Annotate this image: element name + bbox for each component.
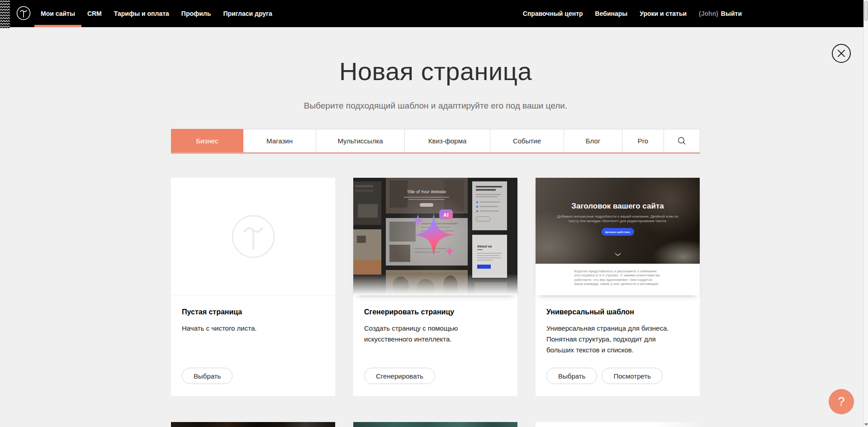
ai-badge: AI	[439, 209, 453, 219]
help-button[interactable]: ?	[829, 389, 854, 414]
new-page-dialog: Новая страница Выберите подходящий шабло…	[171, 27, 700, 427]
question-mark-icon: ?	[838, 395, 844, 409]
close-icon	[837, 49, 846, 58]
nav-item-help-center[interactable]: Справочный центр	[523, 0, 583, 27]
preview-button[interactable]: Посмотреть	[602, 368, 663, 384]
generate-button[interactable]: Сгенерировать	[364, 368, 435, 384]
template-card-partial[interactable]	[171, 422, 335, 427]
tab-quiz-form[interactable]: Квиз-форма	[405, 129, 490, 152]
universal-template-preview: Заголовок вашего сайта Добавьте интересн…	[536, 178, 700, 295]
tab-search[interactable]	[664, 129, 700, 152]
tilda-logo[interactable]	[16, 6, 31, 20]
chevron-down-icon	[615, 250, 621, 258]
tilda-watermark-icon	[226, 209, 280, 264]
template-card-partial[interactable]	[536, 422, 700, 427]
template-body-text: Коротко представьтесь и расскажите о ком…	[574, 269, 661, 286]
ai-preview-collage: Title of Your Website	[353, 178, 517, 295]
card-title: Универсальный шаблон	[546, 308, 689, 317]
page-title: Новая страница	[171, 56, 700, 87]
card-description: Создать страницу с помощью искусственног…	[364, 323, 500, 345]
card-description: Начать с чистого листа.	[182, 323, 318, 334]
nav-left-menu: Мои сайты CRM Тарифы и оплата Профиль Пр…	[41, 0, 285, 27]
choose-button[interactable]: Выбрать	[546, 368, 597, 384]
nav-item-invite-friend[interactable]: Пригласи друга	[223, 0, 272, 27]
nav-item-webinars[interactable]: Вебинары	[595, 0, 628, 27]
logout-label: Выйти	[721, 10, 742, 17]
tab-business[interactable]: Бизнес	[171, 129, 243, 152]
template-card-partial[interactable]	[353, 422, 517, 427]
choose-button[interactable]: Выбрать	[182, 368, 232, 384]
svg-text:AI: AI	[443, 212, 449, 218]
nav-item-logout[interactable]: (John) Выйти	[699, 0, 742, 27]
nav-item-my-sites[interactable]: Мои сайты	[41, 0, 75, 27]
top-nav: Мои сайты CRM Тарифы и оплата Профиль Пр…	[0, 0, 868, 27]
template-body-thumbnail: Коротко представьтесь и расскажите о ком…	[536, 264, 700, 295]
tab-blog[interactable]: Блог	[564, 129, 622, 152]
template-card-ai-generate: Title of Your Website	[353, 178, 517, 396]
tab-event[interactable]: Событие	[490, 129, 564, 152]
zigzag-pattern-decoration	[0, 0, 10, 28]
template-category-tabs: Бизнес Магазин Мультиссылка Квиз-форма С…	[171, 129, 700, 154]
about-us-text: About us	[477, 244, 492, 248]
nav-item-profile[interactable]: Профиль	[181, 0, 211, 27]
template-hero-thumbnail: Заголовок вашего сайта Добавьте интересн…	[536, 178, 700, 264]
template-card-blank-page: Пустая страница Начать с чистого листа. …	[171, 178, 335, 396]
tabs-accent-strip	[171, 152, 700, 154]
tab-store[interactable]: Магазин	[243, 129, 316, 152]
close-button[interactable]	[832, 44, 851, 63]
nav-item-lessons[interactable]: Уроки и статьи	[640, 0, 687, 27]
thumb-title-text: Title of Your Website	[407, 189, 446, 194]
nav-item-tariffs[interactable]: Тарифы и оплата	[114, 0, 169, 27]
page-subtitle: Выберите подходящий шаблон и адаптируйте…	[171, 100, 700, 112]
tab-multilink[interactable]: Мультиссылка	[316, 129, 405, 152]
tab-pro[interactable]: Pro	[622, 129, 664, 152]
blank-page-preview	[171, 178, 335, 295]
template-hero-title: Заголовок вашего сайта	[536, 201, 700, 211]
template-hero-cta: Целевое действие	[602, 228, 634, 236]
nav-right-menu: Справочный центр Вебинары Уроки и статьи…	[511, 0, 742, 27]
nav-item-crm[interactable]: CRM	[87, 0, 102, 27]
user-name: (John)	[699, 10, 718, 17]
search-icon	[678, 137, 686, 145]
template-card-universal: Заголовок вашего сайта Добавьте интересн…	[536, 178, 700, 396]
template-hero-subtitle: Добавьте интересные подробности о вашей …	[555, 214, 681, 223]
card-title: Сгенерировать страницу	[364, 308, 507, 317]
card-description: Универсальная страница для бизнеса. Поня…	[546, 323, 682, 356]
card-title: Пустая страница	[182, 308, 324, 317]
template-grid: Пустая страница Начать с чистого листа. …	[171, 178, 700, 427]
scrollbar-down-arrow-icon[interactable]	[864, 423, 868, 426]
scrollbar-thumb[interactable]	[864, 1, 868, 21]
scrollbar[interactable]	[863, 0, 868, 427]
